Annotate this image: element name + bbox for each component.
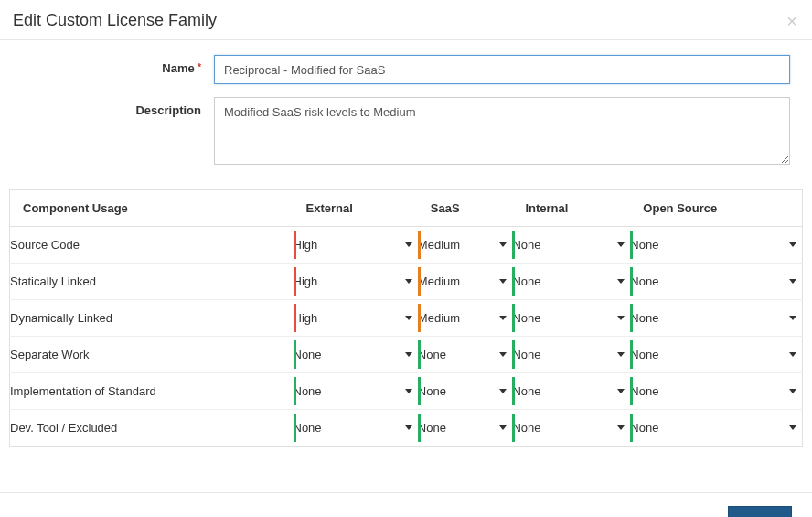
risk-cell: None — [512, 410, 630, 447]
save-button[interactable]: Save — [728, 506, 792, 517]
risk-color-bar — [294, 377, 296, 405]
risk-value: None — [294, 421, 322, 435]
name-input[interactable] — [214, 55, 790, 84]
risk-cell: None — [294, 373, 418, 410]
chevron-down-icon — [499, 242, 507, 247]
risk-select[interactable]: None — [630, 384, 802, 398]
risk-value: Medium — [418, 275, 460, 288]
risk-value: None — [630, 238, 658, 252]
risk-select[interactable]: Medium — [418, 238, 513, 252]
risk-color-bar — [512, 304, 515, 332]
description-label: Description — [22, 97, 214, 117]
table-row: Separate WorkNoneNoneNoneNone — [10, 337, 803, 373]
modal-title: Edit Custom License Family — [13, 11, 217, 30]
risk-value: None — [512, 384, 540, 398]
risk-select[interactable]: None — [630, 275, 802, 288]
chevron-down-icon — [405, 316, 412, 320]
usage-cell: Separate Work — [10, 337, 294, 373]
risk-value: None — [512, 421, 540, 435]
chevron-down-icon — [499, 389, 507, 393]
risk-cell: None — [418, 337, 513, 373]
usage-cell: Dynamically Linked — [10, 300, 294, 337]
risk-value: None — [512, 348, 540, 361]
table-row: Source CodeHighMediumNoneNone — [10, 227, 803, 264]
risk-color-bar — [630, 414, 633, 442]
risk-select[interactable]: None — [512, 384, 630, 398]
col-header-saas: SaaS — [418, 190, 513, 227]
risk-cell: None — [294, 410, 418, 447]
risk-cell: High — [294, 300, 418, 337]
chevron-down-icon — [789, 425, 796, 430]
risk-color-bar — [630, 231, 633, 259]
risk-select[interactable]: High — [294, 311, 418, 325]
row-description: Description — [22, 97, 790, 167]
risk-select[interactable]: None — [294, 348, 418, 361]
risk-select[interactable]: None — [630, 238, 802, 252]
risk-color-bar — [630, 377, 633, 405]
risk-select[interactable]: High — [294, 238, 418, 252]
chevron-down-icon — [789, 279, 796, 284]
table-row: Statically LinkedHighMediumNoneNone — [10, 264, 803, 300]
table-row: Dynamically LinkedHighMediumNoneNone — [10, 300, 803, 337]
risk-cell: None — [630, 410, 802, 447]
risk-select[interactable]: None — [418, 348, 513, 361]
risk-value: None — [418, 348, 446, 361]
risk-color-bar — [630, 340, 633, 369]
risk-select[interactable]: None — [418, 421, 513, 435]
risk-cell: None — [630, 373, 802, 410]
risk-value: None — [418, 384, 446, 398]
risk-cell: None — [512, 337, 630, 373]
chevron-down-icon — [617, 279, 625, 284]
usage-cell: Dev. Tool / Excluded — [10, 410, 294, 447]
risk-value: High — [294, 311, 318, 325]
risk-select[interactable]: None — [512, 238, 630, 252]
risk-select[interactable]: Medium — [418, 275, 513, 288]
chevron-down-icon — [499, 279, 507, 284]
risk-select[interactable]: None — [512, 275, 630, 288]
risk-color-bar — [512, 340, 515, 369]
risk-cell: None — [630, 337, 802, 373]
risk-value: None — [512, 311, 540, 325]
risk-select[interactable]: High — [294, 275, 418, 288]
risk-select[interactable]: None — [294, 384, 418, 398]
risk-select[interactable]: None — [630, 311, 802, 325]
risk-select[interactable]: None — [512, 421, 630, 435]
risk-value: None — [630, 275, 658, 288]
risk-cell: None — [630, 227, 802, 264]
risk-color-bar — [512, 231, 515, 259]
risk-cell: Medium — [418, 300, 513, 337]
risk-cell: Medium — [418, 264, 513, 300]
close-icon[interactable]: × — [786, 12, 797, 30]
usage-cell: Implementation of Standard — [10, 373, 294, 410]
risk-select[interactable]: None — [512, 348, 630, 361]
chevron-down-icon — [789, 352, 796, 357]
risk-select[interactable]: None — [630, 348, 802, 361]
risk-select[interactable]: None — [418, 384, 513, 398]
usage-cell: Statically Linked — [10, 264, 294, 300]
risk-value: None — [512, 275, 540, 288]
chevron-down-icon — [405, 425, 412, 430]
risk-color-bar — [294, 340, 296, 369]
chevron-down-icon — [617, 352, 625, 357]
chevron-down-icon — [405, 242, 412, 247]
usage-cell: Source Code — [10, 227, 294, 264]
description-textarea[interactable] — [214, 97, 790, 165]
chevron-down-icon — [499, 425, 507, 430]
risk-value: None — [294, 348, 322, 361]
chevron-down-icon — [617, 389, 625, 393]
risk-select[interactable]: Medium — [418, 311, 513, 325]
risk-value: None — [630, 384, 658, 398]
chevron-down-icon — [617, 242, 625, 247]
name-label: Name* — [22, 55, 214, 75]
chevron-down-icon — [617, 425, 625, 430]
risk-value: None — [630, 311, 658, 325]
risk-value: None — [630, 421, 658, 435]
risk-color-bar — [294, 267, 296, 296]
risk-select[interactable]: None — [512, 311, 630, 325]
risk-cell: None — [294, 337, 418, 373]
row-name: Name* — [22, 55, 790, 84]
table-row: Implementation of StandardNoneNoneNoneNo… — [10, 373, 803, 410]
risk-select[interactable]: None — [630, 421, 802, 435]
risk-select[interactable]: None — [294, 421, 418, 435]
risk-color-bar — [418, 267, 421, 296]
